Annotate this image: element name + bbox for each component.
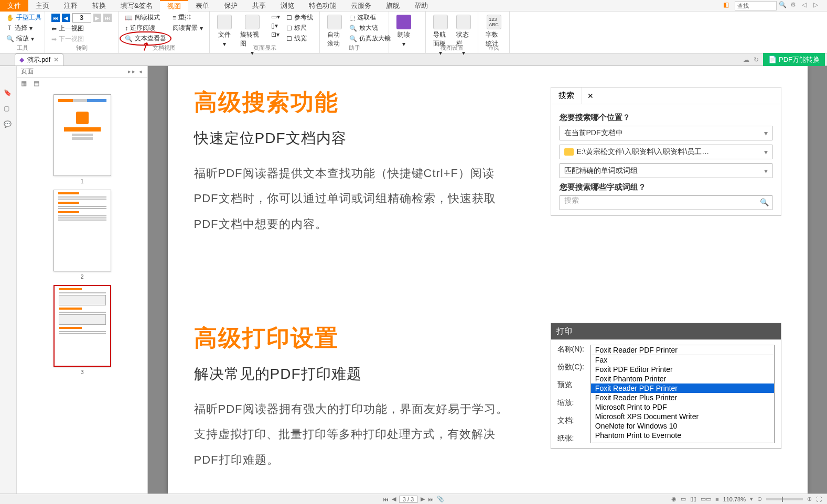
next-view-label: 下一视图: [59, 35, 84, 43]
menu-tab-convert[interactable]: 转换: [85, 0, 113, 12]
sb-zoom-slider[interactable]: [766, 498, 803, 500]
search-match-select: 匹配精确的单词或词组: [560, 163, 772, 178]
convert-icon: 📄: [768, 56, 777, 63]
read-aloud-button[interactable]: 朗读▾: [393, 13, 414, 52]
sb-view-mode-5[interactable]: ≡: [715, 496, 718, 502]
loupe-button[interactable]: 🔍 仿真放大镜: [347, 34, 393, 43]
ribbon-group-docview: 文档视图: [119, 44, 209, 52]
sb-fullscreen[interactable]: ⛶: [816, 496, 822, 502]
sb-zoom-out[interactable]: ⊖: [757, 496, 762, 502]
sb-next-page[interactable]: ▶: [421, 496, 425, 502]
menu-tab-help[interactable]: 帮助: [407, 0, 435, 12]
prev-view-label: 上一视图: [59, 24, 84, 33]
thumbnail-3[interactable]: 3: [53, 285, 111, 375]
layout-fit-button[interactable]: ⊡▾: [269, 30, 282, 39]
thumbnail-list[interactable]: 1 2 3: [17, 89, 147, 494]
linewidth-checkbox[interactable]: ☐ 线宽: [284, 34, 315, 43]
reading-mode-button[interactable]: 📖 阅读模式: [123, 13, 168, 23]
hand-tool-label: 手型工具: [16, 13, 41, 22]
document-viewport[interactable]: 高级搜索功能 快速定位PDF文档内容 福昕PDF阅读器提供文本查找功能（快捷键C…: [148, 66, 827, 494]
sb-view-mode-1[interactable]: ◉: [671, 496, 676, 502]
sb-view-mode-3[interactable]: ▯▯: [690, 496, 696, 502]
document-tab[interactable]: ◆ 演示.pdf ✕: [15, 53, 63, 65]
gear-icon[interactable]: ⚙: [790, 1, 800, 10]
select-button[interactable]: Ｔ 选择 ▾: [4, 23, 44, 33]
last-page-button[interactable]: ⏭: [103, 14, 112, 22]
menu-tab-protect[interactable]: 保护: [217, 0, 245, 12]
search-icon[interactable]: 🔍: [779, 1, 788, 10]
menu-tab-share[interactable]: 共享: [245, 0, 273, 12]
menu-tab-browse[interactable]: 浏览: [273, 0, 302, 12]
rearrange-button[interactable]: ≡ 重排: [170, 13, 205, 23]
print-label-paper: 纸张:: [557, 434, 584, 443]
thumbnail-panel: 页面 ▸▸ ◂ ▦ ▤ 1 2 3: [17, 66, 148, 494]
ruler-checkbox[interactable]: ☐ 标尺: [284, 23, 315, 33]
workspace: 🔖 ▢ 💬 页面 ▸▸ ◂ ▦ ▤ 1 2 3: [0, 66, 827, 494]
sb-first-page[interactable]: ⏮: [383, 496, 389, 502]
next-view-button[interactable]: ➡ 下一视图: [49, 34, 114, 44]
close-tab-button[interactable]: ✕: [53, 56, 59, 63]
next-page-button[interactable]: ▶: [93, 14, 102, 22]
menu-tab-flagship[interactable]: 旗舰: [379, 0, 407, 12]
ruler-label: 标尺: [294, 24, 307, 32]
first-page-button[interactable]: ⏮: [51, 14, 60, 22]
reverse-reading-button[interactable]: ↕ 逆序阅读: [123, 23, 168, 33]
prev-view-button[interactable]: ⬅ 上一视图: [49, 24, 114, 34]
sync-icon[interactable]: ↻: [754, 56, 759, 63]
menu-tab-comment[interactable]: 注释: [57, 0, 85, 12]
ribbon-group-tool: 工具: [0, 44, 45, 52]
layout-single-button[interactable]: ▭▾: [269, 13, 282, 21]
comments-panel-icon[interactable]: 💬: [4, 120, 13, 130]
document-filename: 演示.pdf: [27, 56, 50, 64]
ribbon-group-review: 审阅: [478, 44, 509, 52]
global-search-input[interactable]: [735, 1, 777, 10]
bookmark-icon[interactable]: ◧: [723, 1, 733, 10]
search-loc1-value: 在当前PDF文档中: [564, 128, 623, 138]
rotate-icon: [245, 15, 260, 29]
sb-last-page[interactable]: ⏭: [428, 496, 434, 502]
menu-tab-cloud[interactable]: 云服务: [343, 0, 379, 12]
magnifier-button[interactable]: 🔍 放大镜: [347, 23, 393, 33]
sb-page-counter[interactable]: 3 / 3: [399, 496, 417, 503]
reading-bg-button[interactable]: 阅读背景 ▾: [170, 23, 205, 33]
zoom-button[interactable]: 🔍 缩放 ▾: [4, 34, 44, 43]
thumbnail-1[interactable]: 1: [53, 94, 111, 184]
print-label-name: 名称(N):: [557, 345, 584, 354]
thumb-tool-1[interactable]: ▦: [21, 80, 28, 87]
menu-tab-home[interactable]: 主页: [28, 0, 57, 12]
marquee-button[interactable]: ⬚ 选取框: [347, 13, 393, 23]
cloud-icon[interactable]: ☁: [743, 56, 749, 63]
pdf-convert-button[interactable]: 📄 PDF万能转换: [763, 53, 825, 67]
sb-zoom-in[interactable]: ⊕: [807, 496, 812, 502]
menu-tab-fillsign[interactable]: 填写&签名: [113, 0, 160, 12]
thumbnail-2[interactable]: 2: [53, 190, 111, 280]
prev-page-button[interactable]: ◀: [62, 14, 70, 22]
sb-prev-page[interactable]: ◀: [392, 496, 396, 502]
menu-file[interactable]: 文件: [0, 0, 28, 12]
caret-right-icon[interactable]: ▷: [813, 1, 823, 10]
pages-panel-icon[interactable]: ▢: [4, 105, 13, 114]
embedded-print-screenshot: 打印 名称(N): 份数(C): 预览 缩放: 文档: 纸张: Foxit Re…: [551, 323, 781, 449]
panel-controls[interactable]: ▸▸ ◂: [128, 68, 143, 75]
sb-zoom-dropdown[interactable]: ▾: [750, 496, 753, 502]
guides-checkbox[interactable]: ☐ 参考线: [284, 13, 315, 23]
layout-continuous-button[interactable]: ▯▾: [269, 21, 282, 30]
read-aloud-label: 朗读: [398, 30, 410, 39]
menu-tab-features[interactable]: 特色功能: [302, 0, 343, 12]
sb-view-mode-2[interactable]: ▭: [681, 496, 686, 502]
menu-tab-view[interactable]: 视图: [160, 0, 188, 12]
search-loc2-value: E:\黄宗松文件\入职资料\入职资料\员工…: [577, 147, 710, 157]
menu-tab-form[interactable]: 表单: [188, 0, 217, 12]
hand-tool-button[interactable]: ✋ 手型工具: [4, 13, 44, 23]
ribbon-group-pagedisplay: 页面显示: [210, 44, 319, 52]
thumb-tool-2[interactable]: ▤: [34, 80, 41, 87]
file-icon: [217, 15, 232, 29]
sb-view-mode-4[interactable]: ▭▭: [701, 496, 711, 502]
page-number-input[interactable]: [72, 13, 91, 23]
bookmark-panel-icon[interactable]: 🔖: [4, 89, 13, 98]
sb-attachment-icon[interactable]: 📎: [437, 496, 444, 502]
printer-option-selected: Foxit Reader PDF Printer: [591, 384, 774, 393]
thumb-num-3: 3: [53, 369, 111, 375]
reverse-reading-label: 逆序阅读: [130, 24, 155, 32]
caret-left-icon[interactable]: ◁: [802, 1, 811, 10]
